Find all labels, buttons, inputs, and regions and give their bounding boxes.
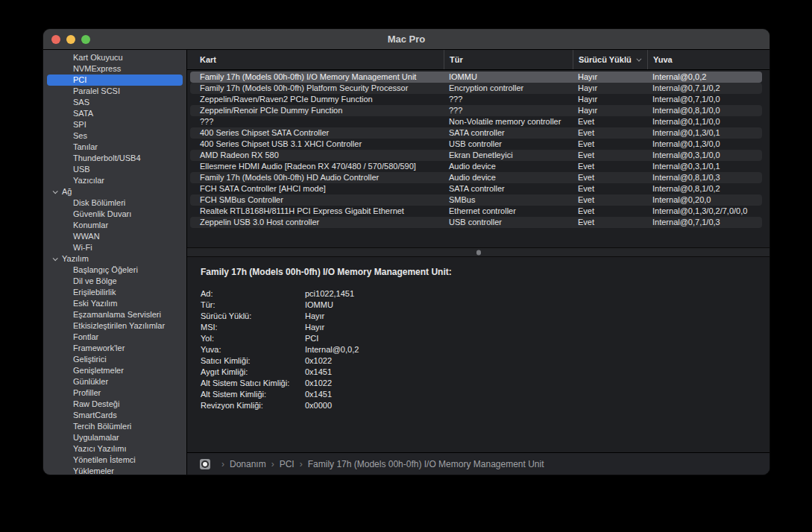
sidebar-item[interactable]: Profiller	[43, 387, 186, 399]
table-row[interactable]: Family 17h (Models 00h-0fh) Platform Sec…	[190, 83, 762, 94]
breadcrumb-item: › Family 17h (Models 00h-0fh) I/O Memory…	[295, 459, 544, 469]
table-row[interactable]: Family 17h (Models 00h-0fh) HD Audio Con…	[190, 172, 762, 183]
sidebar-item[interactable]: Genişletmeler	[43, 365, 186, 376]
sidebar-item[interactable]: Disk Bölümleri	[43, 197, 186, 209]
sidebar-item[interactable]: Yüklemeler	[43, 466, 186, 475]
cell-kart: Ellesmere HDMI Audio [Radeon RX 470/480 …	[190, 161, 444, 172]
cell-yuva: Internal@0,7,1/0,0	[647, 94, 762, 105]
detail-field-value: PCI	[305, 333, 318, 344]
sidebar-item[interactable]: Thunderbolt/USB4	[43, 153, 186, 164]
detail-field-label: Satıcı Kimliği:	[201, 355, 305, 367]
cell-surucu-yuklu: Evet	[573, 217, 647, 228]
detail-fields: Ad: pci1022,1451 Tür: IOMMU Sürücü Yüklü…	[201, 288, 761, 411]
cell-kart: Zeppelin USB 3.0 Host controller	[190, 217, 444, 228]
title-bar: Mac Pro	[43, 29, 769, 50]
sidebar-item[interactable]: Geliştirici	[43, 354, 186, 365]
sidebar-item[interactable]: Başlangıç Öğeleri	[43, 265, 186, 276]
sidebar-item[interactable]: Fontlar	[43, 332, 186, 343]
sidebar-item[interactable]: Yönetilen İstemci	[43, 455, 186, 466]
sidebar-item[interactable]: Eski Yazılım	[43, 298, 186, 309]
sidebar-item[interactable]: SPI	[43, 119, 186, 130]
sidebar-item[interactable]: Dil ve Bölge	[43, 276, 186, 287]
zoom-button[interactable]	[81, 35, 90, 44]
sidebar-item-label: SPI	[73, 120, 86, 129]
sidebar-item[interactable]: Raw Desteği	[43, 399, 186, 410]
sidebar-item[interactable]: USB	[43, 164, 186, 175]
table-row[interactable]: ??? Non-Volatile memory controller Evet …	[190, 116, 762, 127]
sidebar-item[interactable]: WWAN	[43, 231, 186, 242]
cell-surucu-yuklu: Evet	[573, 116, 647, 127]
column-header-surucu-yuklu[interactable]: Sürücü Yüklü	[573, 50, 647, 69]
pane-splitter[interactable]	[187, 247, 769, 257]
cell-tur: ???	[444, 105, 573, 116]
sidebar-item-label: Raw Desteği	[73, 399, 119, 408]
sidebar-item[interactable]: Erişilebilirlik	[43, 287, 186, 298]
column-header-kart[interactable]: Kart	[187, 50, 444, 69]
window-title: Mac Pro	[43, 34, 769, 45]
sidebar-item-label: Eşzamanlama Servisleri	[73, 310, 161, 319]
sidebar-item[interactable]: Kart Okuyucu	[43, 52, 186, 63]
splitter-drag-handle[interactable]	[476, 250, 481, 255]
detail-field: Yuva: Internal@0,0,2	[201, 344, 761, 355]
sidebar-item-label: Yazıcılar	[73, 176, 104, 185]
sidebar-item[interactable]: Yazıcılar	[43, 175, 186, 186]
detail-field-label: Tür:	[201, 300, 305, 311]
sidebar-item[interactable]: Tanılar	[43, 142, 186, 153]
sidebar-item[interactable]: Yazıcı Yazılımı	[43, 443, 186, 455]
detail-field-label: Aygıt Kimliği:	[201, 367, 305, 378]
cell-yuva: Internal@0,1,1/0,0	[647, 116, 762, 127]
detail-field: Satıcı Kimliği: 0x1022	[201, 355, 761, 367]
minimize-button[interactable]	[66, 35, 75, 44]
column-header-yuva[interactable]: Yuva	[647, 50, 769, 69]
sidebar-item[interactable]: Uygulamalar	[43, 432, 186, 443]
sidebar-item[interactable]: SmartCards	[43, 410, 186, 421]
table-row[interactable]: Zeppelin USB 3.0 Host controller USB con…	[190, 217, 762, 228]
detail-field-label: Ad:	[201, 288, 305, 300]
table-row[interactable]: FCH SMBus Controller SMBus Evet Internal…	[190, 194, 762, 206]
cell-kart: Realtek RTL8168H/8111H PCI Express Gigab…	[190, 206, 444, 217]
table-row[interactable]: AMD Radeon RX 580 Ekran Denetleyici Evet…	[190, 150, 762, 161]
table-row[interactable]: Ellesmere HDMI Audio [Radeon RX 470/480 …	[190, 161, 762, 172]
sidebar-item[interactable]: Etkisizleştirilen Yazılımlar	[43, 320, 186, 332]
table-row[interactable]: FCH SATA Controller [AHCI mode] SATA con…	[190, 183, 762, 194]
sidebar-item[interactable]: Framework'ler	[43, 343, 186, 354]
sidebar-item[interactable]: Günlükler	[43, 376, 186, 387]
sidebar-item-label: Genişletmeler	[73, 366, 124, 375]
detail-field: Ad: pci1022,1451	[201, 288, 761, 300]
table-row[interactable]: Zeppelin/Raven/Raven2 PCIe Dummy Functio…	[190, 94, 762, 105]
sidebar-item-label: Yazılım	[62, 253, 89, 265]
detail-field-value: Internal@0,0,2	[305, 344, 359, 355]
column-header-tur[interactable]: Tür	[444, 50, 573, 69]
sidebar-item-label: Yüklemeler	[73, 466, 114, 475]
sidebar-item-label: Yazıcı Yazılımı	[73, 444, 127, 453]
table-row[interactable]: 400 Series Chipset USB 3.1 XHCI Controll…	[190, 139, 762, 150]
sidebar-item[interactable]: Tercih Bölümleri	[43, 421, 186, 432]
sidebar-item-label: Güvenlik Duvarı	[73, 209, 131, 218]
cell-tur: IOMMU	[444, 72, 573, 83]
sidebar-item[interactable]: Ağ	[43, 186, 186, 197]
cell-tur: USB controller	[444, 139, 573, 150]
sidebar-item[interactable]: Wi-Fi	[43, 242, 186, 253]
sidebar-item-label: Eski Yazılım	[73, 299, 118, 308]
sidebar-item[interactable]: Güvenlik Duvarı	[43, 209, 186, 220]
sidebar-item[interactable]: Paralel SCSI	[43, 86, 186, 97]
close-button[interactable]	[51, 35, 60, 44]
sidebar-item[interactable]: SATA	[43, 108, 186, 119]
sidebar-item[interactable]: SAS	[43, 97, 186, 108]
breadcrumb-label: Family 17h (Models 00h-0fh) I/O Memory M…	[308, 459, 544, 469]
table-row[interactable]: Family 17h (Models 00h-0fh) I/O Memory M…	[190, 72, 762, 83]
sidebar-item-label: Tanılar	[73, 142, 98, 151]
table-row[interactable]: Realtek RTL8168H/8111H PCI Express Gigab…	[190, 206, 762, 217]
sidebar-item[interactable]: Konumlar	[43, 220, 186, 231]
table-row[interactable]: 400 Series Chipset SATA Controller SATA …	[190, 127, 762, 139]
table-row[interactable]: Zeppelin/Renoir PCIe Dummy Function ??? …	[190, 105, 762, 116]
sidebar-item[interactable]: NVMExpress	[43, 63, 186, 75]
sidebar-item[interactable]: Ses	[43, 130, 186, 142]
sidebar-item-label: WWAN	[73, 232, 100, 241]
sidebar-item[interactable]: Yazılım	[43, 253, 186, 265]
sidebar-item[interactable]: Eşzamanlama Servisleri	[43, 309, 186, 320]
sidebar-item-label: SATA	[73, 109, 93, 118]
detail-field-label: Alt Sistem Satıcı Kimliği:	[201, 378, 305, 389]
sidebar-item[interactable]: PCI	[47, 75, 183, 86]
cell-kart: FCH SMBus Controller	[190, 194, 444, 206]
